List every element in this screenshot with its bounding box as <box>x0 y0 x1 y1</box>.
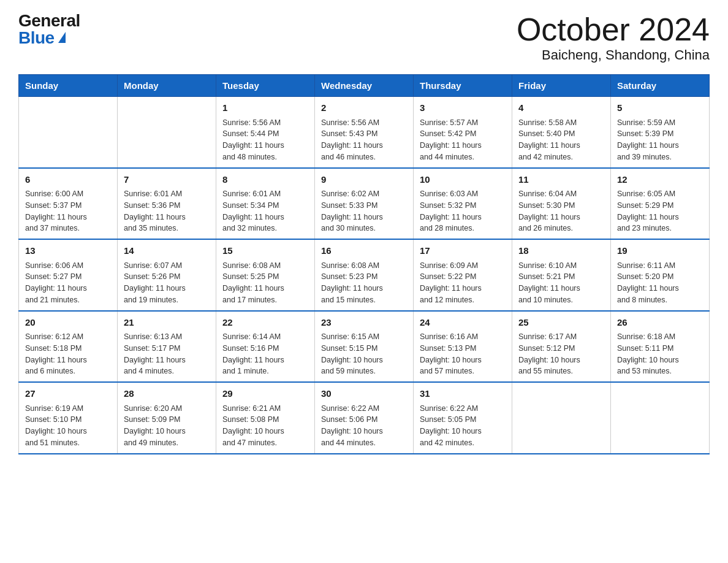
calendar-day-2: 2Sunrise: 5:56 AMSunset: 5:43 PMDaylight… <box>315 97 414 168</box>
logo-triangle-icon <box>58 32 66 43</box>
day-number: 18 <box>518 244 604 258</box>
calendar-table: SundayMondayTuesdayWednesdayThursdayFrid… <box>18 74 710 454</box>
day-number: 16 <box>321 244 407 258</box>
calendar-day-15: 15Sunrise: 6:08 AMSunset: 5:25 PMDayligh… <box>216 239 315 311</box>
day-info: Sunrise: 6:02 AMSunset: 5:33 PMDaylight:… <box>321 188 407 234</box>
day-number: 8 <box>222 173 308 187</box>
calendar-day-18: 18Sunrise: 6:10 AMSunset: 5:21 PMDayligh… <box>512 239 611 311</box>
day-number: 20 <box>25 316 111 330</box>
header-sunday: Sunday <box>19 75 118 97</box>
calendar-day-19: 19Sunrise: 6:11 AMSunset: 5:20 PMDayligh… <box>611 239 710 311</box>
day-info: Sunrise: 6:07 AMSunset: 5:26 PMDaylight:… <box>124 260 210 306</box>
calendar-day-11: 11Sunrise: 6:04 AMSunset: 5:30 PMDayligh… <box>512 168 611 240</box>
calendar-day-23: 23Sunrise: 6:15 AMSunset: 5:15 PMDayligh… <box>315 311 414 383</box>
calendar-day-10: 10Sunrise: 6:03 AMSunset: 5:32 PMDayligh… <box>414 168 512 240</box>
day-info: Sunrise: 6:03 AMSunset: 5:32 PMDaylight:… <box>420 188 506 234</box>
day-number: 6 <box>25 173 111 187</box>
day-info: Sunrise: 6:04 AMSunset: 5:30 PMDaylight:… <box>518 188 604 234</box>
calendar-day-empty <box>19 97 118 168</box>
day-info: Sunrise: 5:56 AMSunset: 5:44 PMDaylight:… <box>222 117 308 163</box>
calendar-day-8: 8Sunrise: 6:01 AMSunset: 5:34 PMDaylight… <box>216 168 315 240</box>
day-info: Sunrise: 6:21 AMSunset: 5:08 PMDaylight:… <box>222 403 308 449</box>
header-friday: Friday <box>512 75 611 97</box>
day-info: Sunrise: 6:13 AMSunset: 5:17 PMDaylight:… <box>124 331 210 377</box>
page-subtitle: Baicheng, Shandong, China <box>517 47 710 63</box>
day-info: Sunrise: 5:58 AMSunset: 5:40 PMDaylight:… <box>518 117 604 163</box>
calendar-day-21: 21Sunrise: 6:13 AMSunset: 5:17 PMDayligh… <box>118 311 216 383</box>
calendar-week-row: 6Sunrise: 6:00 AMSunset: 5:37 PMDaylight… <box>19 168 710 240</box>
day-number: 4 <box>518 101 604 115</box>
day-number: 14 <box>124 244 210 258</box>
day-info: Sunrise: 6:20 AMSunset: 5:09 PMDaylight:… <box>124 403 210 449</box>
logo: General Blue <box>18 12 80 47</box>
calendar-day-6: 6Sunrise: 6:00 AMSunset: 5:37 PMDaylight… <box>19 168 118 240</box>
calendar-day-9: 9Sunrise: 6:02 AMSunset: 5:33 PMDaylight… <box>315 168 414 240</box>
day-info: Sunrise: 6:10 AMSunset: 5:21 PMDaylight:… <box>518 260 604 306</box>
header-wednesday: Wednesday <box>315 75 414 97</box>
day-number: 9 <box>321 173 407 187</box>
day-number: 26 <box>617 316 703 330</box>
day-info: Sunrise: 6:14 AMSunset: 5:16 PMDaylight:… <box>222 331 308 377</box>
day-number: 1 <box>222 101 308 115</box>
day-number: 12 <box>617 173 703 187</box>
day-number: 7 <box>124 173 210 187</box>
title-area: October 2024 Baicheng, Shandong, China <box>517 12 710 63</box>
day-number: 29 <box>222 387 308 401</box>
logo-general-text: General <box>18 12 80 29</box>
calendar-day-14: 14Sunrise: 6:07 AMSunset: 5:26 PMDayligh… <box>118 239 216 311</box>
day-number: 24 <box>420 316 506 330</box>
calendar-week-row: 27Sunrise: 6:19 AMSunset: 5:10 PMDayligh… <box>19 382 710 454</box>
day-info: Sunrise: 6:18 AMSunset: 5:11 PMDaylight:… <box>617 331 703 377</box>
calendar-day-22: 22Sunrise: 6:14 AMSunset: 5:16 PMDayligh… <box>216 311 315 383</box>
day-info: Sunrise: 6:22 AMSunset: 5:05 PMDaylight:… <box>420 403 506 449</box>
day-number: 11 <box>518 173 604 187</box>
calendar-day-20: 20Sunrise: 6:12 AMSunset: 5:18 PMDayligh… <box>19 311 118 383</box>
day-number: 17 <box>420 244 506 258</box>
header-tuesday: Tuesday <box>216 75 315 97</box>
calendar-day-3: 3Sunrise: 5:57 AMSunset: 5:42 PMDaylight… <box>414 97 512 168</box>
day-info: Sunrise: 6:17 AMSunset: 5:12 PMDaylight:… <box>518 331 604 377</box>
day-number: 3 <box>420 101 506 115</box>
calendar-day-17: 17Sunrise: 6:09 AMSunset: 5:22 PMDayligh… <box>414 239 512 311</box>
calendar-day-1: 1Sunrise: 5:56 AMSunset: 5:44 PMDaylight… <box>216 97 315 168</box>
calendar-day-24: 24Sunrise: 6:16 AMSunset: 5:13 PMDayligh… <box>414 311 512 383</box>
day-info: Sunrise: 6:01 AMSunset: 5:36 PMDaylight:… <box>124 188 210 234</box>
day-number: 10 <box>420 173 506 187</box>
day-info: Sunrise: 6:19 AMSunset: 5:10 PMDaylight:… <box>25 403 111 449</box>
day-number: 28 <box>124 387 210 401</box>
day-number: 19 <box>617 244 703 258</box>
day-info: Sunrise: 5:59 AMSunset: 5:39 PMDaylight:… <box>617 117 703 163</box>
calendar-day-12: 12Sunrise: 6:05 AMSunset: 5:29 PMDayligh… <box>611 168 710 240</box>
day-number: 13 <box>25 244 111 258</box>
day-number: 23 <box>321 316 407 330</box>
day-info: Sunrise: 6:11 AMSunset: 5:20 PMDaylight:… <box>617 260 703 306</box>
calendar-week-row: 20Sunrise: 6:12 AMSunset: 5:18 PMDayligh… <box>19 311 710 383</box>
day-number: 30 <box>321 387 407 401</box>
calendar-day-29: 29Sunrise: 6:21 AMSunset: 5:08 PMDayligh… <box>216 382 315 454</box>
day-number: 27 <box>25 387 111 401</box>
day-number: 2 <box>321 101 407 115</box>
calendar-day-empty <box>611 382 710 454</box>
day-info: Sunrise: 6:00 AMSunset: 5:37 PMDaylight:… <box>25 188 111 234</box>
calendar-day-31: 31Sunrise: 6:22 AMSunset: 5:05 PMDayligh… <box>414 382 512 454</box>
day-info: Sunrise: 6:08 AMSunset: 5:23 PMDaylight:… <box>321 260 407 306</box>
day-number: 22 <box>222 316 308 330</box>
day-number: 15 <box>222 244 308 258</box>
calendar-day-16: 16Sunrise: 6:08 AMSunset: 5:23 PMDayligh… <box>315 239 414 311</box>
day-number: 5 <box>617 101 703 115</box>
calendar-day-empty <box>118 97 216 168</box>
calendar-day-25: 25Sunrise: 6:17 AMSunset: 5:12 PMDayligh… <box>512 311 611 383</box>
page-title: October 2024 <box>517 12 710 47</box>
day-number: 31 <box>420 387 506 401</box>
day-info: Sunrise: 6:22 AMSunset: 5:06 PMDaylight:… <box>321 403 407 449</box>
day-info: Sunrise: 6:08 AMSunset: 5:25 PMDaylight:… <box>222 260 308 306</box>
day-info: Sunrise: 6:06 AMSunset: 5:27 PMDaylight:… <box>25 260 111 306</box>
day-info: Sunrise: 6:16 AMSunset: 5:13 PMDaylight:… <box>420 331 506 377</box>
calendar-week-row: 13Sunrise: 6:06 AMSunset: 5:27 PMDayligh… <box>19 239 710 311</box>
header-saturday: Saturday <box>611 75 710 97</box>
calendar-day-26: 26Sunrise: 6:18 AMSunset: 5:11 PMDayligh… <box>611 311 710 383</box>
calendar-day-30: 30Sunrise: 6:22 AMSunset: 5:06 PMDayligh… <box>315 382 414 454</box>
day-info: Sunrise: 6:09 AMSunset: 5:22 PMDaylight:… <box>420 260 506 306</box>
calendar-day-empty <box>512 382 611 454</box>
calendar-header-row: SundayMondayTuesdayWednesdayThursdayFrid… <box>19 75 710 97</box>
